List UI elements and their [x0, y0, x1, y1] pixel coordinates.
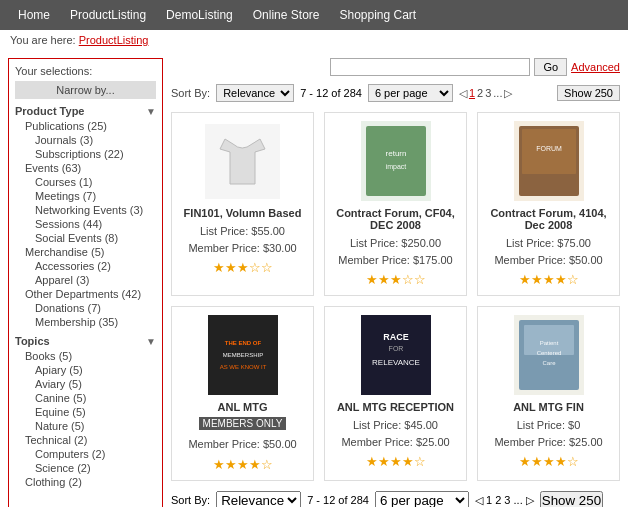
member-price-label-5: Member Price:: [494, 436, 566, 448]
nav-home[interactable]: Home: [10, 6, 58, 24]
main-layout: Your selections: Narrow by... Product Ty…: [0, 50, 628, 507]
sidebar-item-equine[interactable]: Equine (5): [15, 405, 156, 419]
product-image-3: THE END OF MEMBERSHIP AS WE KNOW IT: [203, 315, 283, 395]
product-card-3[interactable]: THE END OF MEMBERSHIP AS WE KNOW IT ANL …: [171, 306, 314, 481]
go-button[interactable]: Go: [534, 58, 567, 76]
member-price-value-3: $50.00: [263, 438, 297, 450]
breadcrumb-link[interactable]: ProductListing: [79, 34, 149, 46]
sidebar-item-canine[interactable]: Canine (5): [15, 391, 156, 405]
chevron-down-icon: ▼: [146, 106, 156, 117]
search-input[interactable]: [330, 58, 530, 76]
sidebar-item-computers[interactable]: Computers (2): [15, 447, 156, 461]
sidebar-item-other-departments[interactable]: Other Departments (42): [15, 287, 156, 301]
bottom-page-1-link[interactable]: 1: [486, 494, 492, 506]
product-price-4: List Price: $45.00 Member Price: $25.00: [333, 417, 458, 450]
product-title-5: ANL MTG FIN: [486, 401, 611, 413]
sidebar-item-membership[interactable]: Membership (35): [15, 315, 156, 329]
sidebar-item-social-events[interactable]: Social Events (8): [15, 231, 156, 245]
list-price-label-2: List Price:: [506, 237, 554, 249]
advanced-search-link[interactable]: Advanced: [571, 61, 620, 73]
star-rating-2: ★★★★☆: [486, 272, 611, 287]
sidebar-item-clothing[interactable]: Clothing (2): [15, 475, 156, 489]
sidebar-item-subscriptions[interactable]: Subscriptions (22): [15, 147, 156, 161]
sort-by-select[interactable]: Relevance Name Price: [216, 84, 294, 102]
sidebar-narrow-by: Narrow by...: [15, 81, 156, 99]
svg-text:FORUM: FORUM: [536, 145, 562, 152]
product-price-3: Member Price: $50.00: [180, 436, 305, 453]
member-price-value-1: $175.00: [413, 254, 453, 266]
product-card-5[interactable]: Patient Centered Care ANL MTG FIN List P…: [477, 306, 620, 481]
member-price-label-0: Member Price:: [188, 242, 260, 254]
sidebar-item-publications[interactable]: Publications (25): [15, 119, 156, 133]
svg-text:impact: impact: [385, 163, 406, 171]
page-info: 7 - 12 of 284: [300, 87, 362, 99]
sidebar-item-books[interactable]: Books (5): [15, 349, 156, 363]
bottom-sort-by-select[interactable]: Relevance Name Price: [216, 491, 301, 508]
nav-demo-listing[interactable]: DemoListing: [158, 6, 241, 24]
bottom-per-page-select[interactable]: 6 per page 12 per page 25 per page: [375, 491, 469, 508]
sidebar-item-apiary[interactable]: Apiary (5): [15, 363, 156, 377]
list-price-value-0: $55.00: [251, 225, 285, 237]
product-price-1: List Price: $250.00 Member Price: $175.0…: [333, 235, 458, 268]
sidebar-item-nature[interactable]: Nature (5): [15, 419, 156, 433]
product-image-1: return impact: [356, 121, 436, 201]
sidebar-section-product-type[interactable]: Product Type ▼: [15, 105, 156, 117]
svg-text:return: return: [385, 149, 406, 158]
sidebar-item-accessories[interactable]: Accessories (2): [15, 259, 156, 273]
svg-rect-13: [361, 315, 431, 395]
sidebar-item-technical[interactable]: Technical (2): [15, 433, 156, 447]
product-title-4: ANL MTG RECEPTION: [333, 401, 458, 413]
product-image-4: RACE FOR RELEVANCE: [356, 315, 436, 395]
svg-text:Centered: Centered: [536, 350, 561, 356]
star-rating-4: ★★★★☆: [333, 454, 458, 469]
nav-shopping-cart[interactable]: Shopping Cart: [331, 6, 424, 24]
product-price-5: List Price: $0 Member Price: $25.00: [486, 417, 611, 450]
right-arrow-icon[interactable]: ▷: [504, 87, 512, 100]
svg-text:THE END OF: THE END OF: [224, 340, 261, 346]
svg-text:MEMBERSHIP: MEMBERSHIP: [222, 352, 262, 358]
show-250-button[interactable]: Show 250: [557, 85, 620, 101]
nav-online-store[interactable]: Online Store: [245, 6, 328, 24]
sidebar-section-topics[interactable]: Topics ▼: [15, 335, 156, 347]
sidebar-item-science[interactable]: Science (2): [15, 461, 156, 475]
member-price-value-5: $25.00: [569, 436, 603, 448]
product-title-3: ANL MTG: [180, 401, 305, 413]
product-title-0: FIN101, Volumn Based: [180, 207, 305, 219]
list-price-value-1: $250.00: [401, 237, 441, 249]
sort-by-label: Sort By:: [171, 87, 210, 99]
left-arrow-icon[interactable]: ◁: [459, 87, 467, 100]
sidebar-item-donations[interactable]: Donations (7): [15, 301, 156, 315]
list-price-value-5: $0: [568, 419, 580, 431]
bottom-sort-by-label: Sort By:: [171, 494, 210, 506]
svg-text:RACE: RACE: [383, 332, 409, 342]
product-card-1[interactable]: return impact Contract Forum, CF04, DEC …: [324, 112, 467, 296]
page-1-link[interactable]: 1: [469, 87, 475, 99]
list-price-value-4: $45.00: [404, 419, 438, 431]
sidebar-item-sessions[interactable]: Sessions (44): [15, 217, 156, 231]
sidebar-item-journals[interactable]: Journals (3): [15, 133, 156, 147]
sidebar-item-merchandise[interactable]: Merchandise (5): [15, 245, 156, 259]
member-price-value-0: $30.00: [263, 242, 297, 254]
bottom-show-250-button[interactable]: Show 250: [540, 491, 603, 508]
nav-product-listing[interactable]: ProductListing: [62, 6, 154, 24]
sidebar-item-meetings[interactable]: Meetings (7): [15, 189, 156, 203]
star-rating-3: ★★★★☆: [180, 457, 305, 472]
product-card-4[interactable]: RACE FOR RELEVANCE ANL MTG RECEPTION Lis…: [324, 306, 467, 481]
bottom-left-arrow-icon[interactable]: ◁: [475, 494, 483, 506]
bottom-right-arrow-icon[interactable]: ▷: [526, 494, 534, 506]
list-price-label-5: List Price:: [517, 419, 565, 431]
sidebar-item-events[interactable]: Events (63): [15, 161, 156, 175]
sidebar-item-aviary[interactable]: Aviary (5): [15, 377, 156, 391]
sidebar-item-networking-events[interactable]: Networking Events (3): [15, 203, 156, 217]
sidebar: Your selections: Narrow by... Product Ty…: [8, 58, 163, 507]
sidebar-item-courses[interactable]: Courses (1): [15, 175, 156, 189]
product-card-0[interactable]: FIN101, Volumn Based List Price: $55.00 …: [171, 112, 314, 296]
member-price-value-2: $50.00: [569, 254, 603, 266]
product-title-2: Contract Forum, 4104, Dec 2008: [486, 207, 611, 231]
sidebar-item-apparel[interactable]: Apparel (3): [15, 273, 156, 287]
product-card-2[interactable]: FORUM Contract Forum, 4104, Dec 2008 Lis…: [477, 112, 620, 296]
content-area: Go Advanced Sort By: Relevance Name Pric…: [171, 58, 620, 507]
svg-text:RELEVANCE: RELEVANCE: [372, 358, 420, 367]
per-page-select[interactable]: 6 per page 12 per page 25 per page: [368, 84, 453, 102]
member-price-value-4: $25.00: [416, 436, 450, 448]
